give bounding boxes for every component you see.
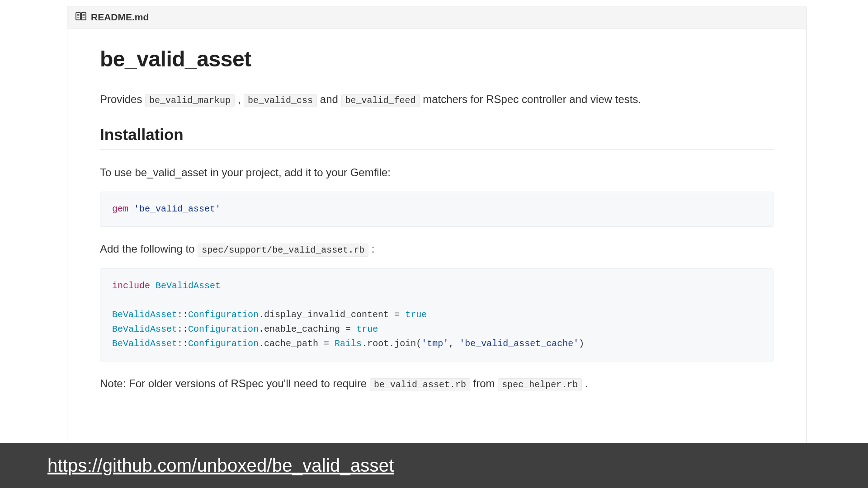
support-intro-text: Add the following to [100, 243, 198, 255]
support-intro-text: : [368, 243, 374, 255]
readme-body: be_valid_asset Provides be_valid_markup … [67, 28, 806, 421]
code-literal: true [356, 324, 378, 334]
intro-text: and [317, 93, 341, 105]
page-title: be_valid_asset [100, 47, 774, 78]
code-scope: Configuration [188, 338, 259, 349]
code-string: 'be_valid_asset' [134, 204, 221, 214]
code-keyword: gem [112, 204, 128, 214]
code-op: :: [177, 324, 188, 334]
source-url-link[interactable]: https://github.com/unboxed/be_valid_asse… [47, 455, 394, 476]
support-code-block: include BeValidAsset BeValidAsset::Confi… [100, 268, 774, 361]
inline-code: be_valid_css [244, 94, 317, 107]
code-class: Rails [335, 338, 362, 349]
code-scope: Configuration [188, 310, 259, 320]
note-text: Note: For older versions of RSpec you'll… [100, 377, 370, 389]
inline-code: be_valid_asset.rb [370, 378, 470, 391]
support-intro: Add the following to spec/support/be_val… [100, 240, 774, 257]
code-text: , [448, 338, 459, 349]
svg-rect-1 [81, 13, 86, 20]
code-class: BeValidAsset [112, 310, 177, 320]
intro-paragraph: Provides be_valid_markup , be_valid_css … [100, 91, 774, 108]
intro-text: matchers for RSpec controller and view t… [420, 93, 642, 105]
document-stage: README.md be_valid_asset Provides be_val… [0, 0, 868, 488]
section-heading-installation: Installation [100, 126, 774, 150]
code-text: ) [579, 338, 584, 349]
code-class: BeValidAsset [112, 338, 177, 349]
code-text: .root.join( [362, 338, 421, 349]
note-text: from [470, 377, 498, 389]
code-op: :: [177, 310, 188, 320]
code-keyword: include [112, 281, 150, 291]
code-text: .display_invalid_content = [259, 310, 405, 320]
book-icon [75, 12, 86, 23]
code-text [150, 281, 156, 291]
code-string: 'be_valid_asset_cache' [459, 338, 579, 349]
code-text: .enable_caching = [259, 324, 356, 334]
inline-code: be_valid_feed [341, 94, 420, 107]
code-text: .cache_path = [259, 338, 335, 349]
inline-code: spec/support/be_valid_asset.rb [198, 244, 368, 257]
code-text [128, 204, 134, 214]
code-scope: Configuration [188, 324, 259, 334]
code-op: :: [177, 338, 188, 349]
note-text: . [582, 377, 588, 389]
inline-code: be_valid_markup [145, 94, 235, 107]
code-class: BeValidAsset [156, 281, 221, 291]
footer-bar: https://github.com/unboxed/be_valid_asse… [0, 443, 868, 488]
intro-text: , [235, 93, 244, 105]
gemfile-intro: To use be_valid_asset in your project, a… [100, 164, 774, 181]
inline-code: spec_helper.rb [498, 378, 582, 391]
code-class: BeValidAsset [112, 324, 177, 334]
code-string: 'tmp' [421, 338, 448, 349]
readme-header: README.md [67, 6, 806, 28]
readme-filename: README.md [91, 12, 149, 23]
svg-rect-0 [76, 13, 80, 20]
code-literal: true [405, 310, 427, 320]
readme-panel: README.md be_valid_asset Provides be_val… [67, 6, 807, 444]
intro-text: Provides [100, 93, 145, 105]
note-paragraph: Note: For older versions of RSpec you'll… [100, 375, 774, 392]
gemfile-code-block: gem 'be_valid_asset' [100, 192, 774, 227]
